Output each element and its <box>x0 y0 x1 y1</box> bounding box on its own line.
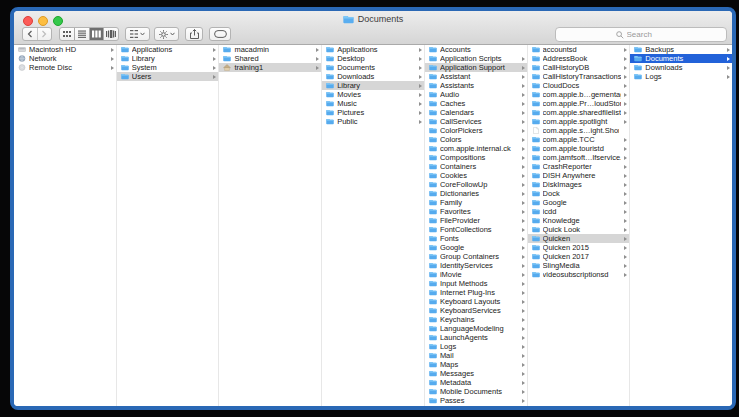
list-item[interactable]: Keychains <box>425 315 527 324</box>
list-item[interactable]: com.jamfsoft…lfservice.mac <box>528 153 630 162</box>
search-input[interactable] <box>627 30 667 39</box>
list-item[interactable]: Desktop <box>322 54 424 63</box>
list-item[interactable]: Assistant <box>425 72 527 81</box>
list-item[interactable]: AddressBook <box>528 54 630 63</box>
tags-button[interactable] <box>209 27 231 41</box>
list-item[interactable]: Knowledge <box>528 216 630 225</box>
list-item[interactable]: Application Support <box>425 63 527 72</box>
list-item[interactable]: Colors <box>425 135 527 144</box>
list-item[interactable]: LanguageModeling <box>425 324 527 333</box>
list-item[interactable]: Internet Plug-Ins <box>425 288 527 297</box>
column-view-button[interactable] <box>89 28 104 40</box>
list-item[interactable]: Documents <box>630 54 732 63</box>
list-item[interactable]: IdentityServices <box>425 261 527 270</box>
list-item[interactable]: Dock <box>528 189 630 198</box>
list-item[interactable]: Messages <box>425 369 527 378</box>
list-item[interactable]: com.apple.touristd <box>528 144 630 153</box>
list-item[interactable]: Passes <box>425 396 527 405</box>
list-item[interactable]: com.apple.b…gementagent <box>528 90 630 99</box>
list-item[interactable]: Google <box>528 198 630 207</box>
arrange-button[interactable] <box>125 27 150 41</box>
list-item[interactable]: Library <box>117 54 219 63</box>
list-item[interactable]: Family <box>425 198 527 207</box>
list-item[interactable]: com.apple.TCC <box>528 135 630 144</box>
list-item[interactable]: Keyboard Layouts <box>425 297 527 306</box>
list-item[interactable]: CoreFollowUp <box>425 180 527 189</box>
list-item[interactable]: Favorites <box>425 207 527 216</box>
list-item[interactable]: Downloads <box>630 63 732 72</box>
list-item[interactable]: Quicken 2015 <box>528 243 630 252</box>
list-item[interactable]: Logs <box>630 72 732 81</box>
list-item[interactable]: Audio <box>425 90 527 99</box>
list-item[interactable]: Quicken 2017 <box>528 252 630 261</box>
list-item[interactable]: Documents <box>322 63 424 72</box>
list-item[interactable]: Caches <box>425 99 527 108</box>
list-item[interactable]: KeyboardServices <box>425 306 527 315</box>
list-item[interactable]: LaunchAgents <box>425 333 527 342</box>
list-item[interactable]: Containers <box>425 162 527 171</box>
list-item[interactable]: CloudDocs <box>528 81 630 90</box>
list-item[interactable]: Input Methods <box>425 279 527 288</box>
list-item[interactable]: Backups <box>630 45 732 54</box>
list-item[interactable]: Remote Disc <box>14 63 116 72</box>
list-item[interactable]: CallHistoryDB <box>528 63 630 72</box>
list-item[interactable]: Group Containers <box>425 252 527 261</box>
list-item[interactable]: Mobile Documents <box>425 387 527 396</box>
list-item[interactable]: Cookies <box>425 171 527 180</box>
action-menu-button[interactable] <box>154 27 179 41</box>
list-item[interactable]: icdd <box>528 207 630 216</box>
list-item[interactable]: com.apple.s…ight.Shortcuts <box>528 126 630 135</box>
list-item[interactable]: FileProvider <box>425 216 527 225</box>
list-item[interactable]: Public <box>322 117 424 126</box>
list-item[interactable]: macadmin <box>219 45 321 54</box>
list-item[interactable]: Accounts <box>425 45 527 54</box>
list-item[interactable]: ColorPickers <box>425 126 527 135</box>
list-item[interactable]: com.apple.spotlight <box>528 117 630 126</box>
list-item[interactable]: SlingMedia <box>528 261 630 270</box>
list-item[interactable]: CrashReporter <box>528 162 630 171</box>
list-item[interactable]: Shared <box>219 54 321 63</box>
list-item[interactable]: Google <box>425 243 527 252</box>
list-item[interactable]: Mail <box>425 351 527 360</box>
list-item[interactable]: Users <box>117 72 219 81</box>
list-item[interactable]: Maps <box>425 360 527 369</box>
list-item[interactable]: Fonts <box>425 234 527 243</box>
list-item[interactable]: FontCollections <box>425 225 527 234</box>
list-item[interactable]: Downloads <box>322 72 424 81</box>
list-item[interactable]: Assistants <box>425 81 527 90</box>
list-item[interactable]: Macintosh HD <box>14 45 116 54</box>
list-item[interactable]: com.apple.sharedfilelist <box>528 108 630 117</box>
list-item[interactable]: Logs <box>425 342 527 351</box>
list-view-button[interactable] <box>74 28 89 40</box>
list-item[interactable]: DISH Anywhere <box>528 171 630 180</box>
list-item[interactable]: System <box>117 63 219 72</box>
icon-view-button[interactable] <box>60 28 74 40</box>
back-button[interactable] <box>23 28 38 40</box>
search-field[interactable] <box>555 27 727 42</box>
list-item[interactable]: CallHistoryTransactions <box>528 72 630 81</box>
list-item[interactable]: iMovie <box>425 270 527 279</box>
list-item[interactable]: Pictures <box>322 108 424 117</box>
list-item[interactable]: Personas <box>425 405 527 406</box>
list-item[interactable]: CallServices <box>425 117 527 126</box>
list-item[interactable]: Music <box>322 99 424 108</box>
list-item[interactable]: com.apple.Pr…loudStorage <box>528 99 630 108</box>
list-item[interactable]: com.apple.internal.ck <box>425 144 527 153</box>
list-item[interactable]: Applications <box>322 45 424 54</box>
coverflow-view-button[interactable] <box>103 28 118 40</box>
list-item[interactable]: Library <box>322 81 424 90</box>
list-item[interactable]: Metadata <box>425 378 527 387</box>
list-item[interactable]: Calendars <box>425 108 527 117</box>
list-item[interactable]: training1 <box>219 63 321 72</box>
list-item[interactable]: Dictionaries <box>425 189 527 198</box>
list-item[interactable]: Network <box>14 54 116 63</box>
share-button[interactable] <box>185 27 203 41</box>
list-item[interactable]: Movies <box>322 90 424 99</box>
list-item[interactable]: Compositions <box>425 153 527 162</box>
list-item[interactable]: Quicken <box>528 234 630 243</box>
list-item[interactable]: Quick Look <box>528 225 630 234</box>
list-item[interactable]: videosubscriptionsd <box>528 270 630 279</box>
list-item[interactable]: DiskImages <box>528 180 630 189</box>
list-item[interactable]: Application Scripts <box>425 54 527 63</box>
list-item[interactable]: accountsd <box>528 45 630 54</box>
